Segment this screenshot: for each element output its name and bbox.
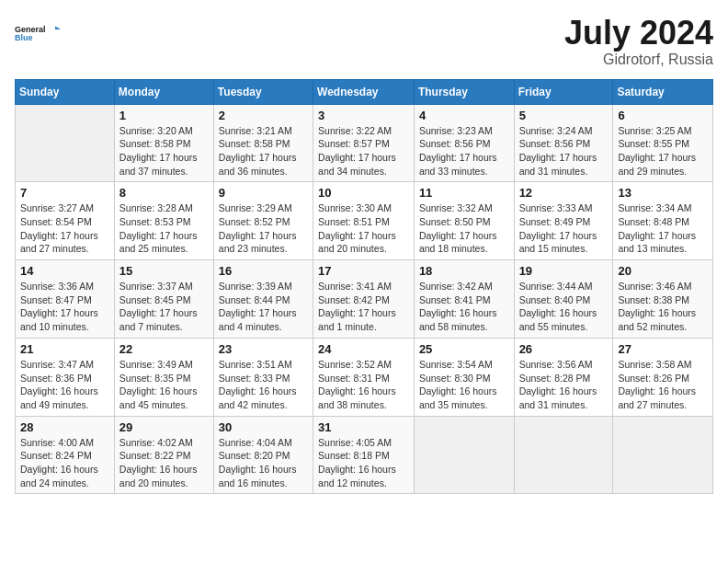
svg-text:Blue: Blue — [15, 33, 33, 42]
day-number: 10 — [318, 186, 409, 200]
calendar-cell: 14Sunrise: 3:36 AM Sunset: 8:47 PM Dayli… — [16, 260, 115, 339]
day-number: 7 — [20, 186, 109, 200]
day-info: Sunrise: 3:52 AM Sunset: 8:31 PM Dayligh… — [318, 358, 409, 412]
day-info: Sunrise: 4:00 AM Sunset: 8:24 PM Dayligh… — [20, 436, 109, 490]
day-number: 30 — [219, 420, 308, 434]
calendar-cell: 1Sunrise: 3:20 AM Sunset: 8:58 PM Daylig… — [114, 104, 213, 182]
calendar-cell — [16, 104, 115, 182]
day-info: Sunrise: 3:32 AM Sunset: 8:50 PM Dayligh… — [419, 201, 509, 256]
day-info: Sunrise: 4:05 AM Sunset: 8:18 PM Dayligh… — [318, 436, 409, 490]
calendar-cell: 31Sunrise: 4:05 AM Sunset: 8:18 PM Dayli… — [313, 416, 415, 494]
calendar-cell: 21Sunrise: 3:47 AM Sunset: 8:36 PM Dayli… — [16, 338, 115, 416]
day-number: 5 — [519, 109, 609, 122]
day-number: 8 — [119, 186, 209, 200]
day-info: Sunrise: 3:33 AM Sunset: 8:49 PM Dayligh… — [519, 201, 609, 256]
weekday-header-wednesday: Wednesday — [313, 79, 415, 104]
calendar-cell — [414, 416, 514, 494]
day-number: 9 — [219, 186, 308, 200]
calendar-cell: 11Sunrise: 3:32 AM Sunset: 8:50 PM Dayli… — [414, 182, 514, 260]
day-number: 14 — [20, 264, 109, 278]
calendar-cell: 18Sunrise: 3:42 AM Sunset: 8:41 PM Dayli… — [414, 260, 514, 339]
calendar-cell: 13Sunrise: 3:34 AM Sunset: 8:48 PM Dayli… — [613, 182, 713, 260]
calendar-cell: 2Sunrise: 3:21 AM Sunset: 8:58 PM Daylig… — [213, 104, 313, 182]
calendar-cell: 26Sunrise: 3:56 AM Sunset: 8:28 PM Dayli… — [514, 338, 613, 416]
calendar-cell: 23Sunrise: 3:51 AM Sunset: 8:33 PM Dayli… — [213, 338, 313, 416]
calendar-cell: 8Sunrise: 3:28 AM Sunset: 8:53 PM Daylig… — [114, 182, 213, 260]
day-info: Sunrise: 3:46 AM Sunset: 8:38 PM Dayligh… — [618, 280, 708, 334]
day-number: 13 — [618, 186, 708, 200]
day-info: Sunrise: 3:51 AM Sunset: 8:33 PM Dayligh… — [219, 358, 308, 412]
day-info: Sunrise: 3:54 AM Sunset: 8:30 PM Dayligh… — [419, 358, 509, 412]
calendar-table: SundayMondayTuesdayWednesdayThursdayFrid… — [15, 79, 713, 495]
weekday-header-monday: Monday — [114, 79, 213, 104]
calendar-cell — [613, 416, 713, 494]
day-info: Sunrise: 3:30 AM Sunset: 8:51 PM Dayligh… — [318, 201, 409, 256]
day-info: Sunrise: 3:27 AM Sunset: 8:54 PM Dayligh… — [20, 201, 109, 256]
day-info: Sunrise: 3:44 AM Sunset: 8:40 PM Dayligh… — [519, 280, 609, 334]
day-number: 2 — [219, 109, 308, 122]
page-header: General Blue July 2024 Gidrotorf, Russia — [15, 15, 713, 68]
day-number: 16 — [219, 264, 308, 278]
day-number: 31 — [318, 420, 409, 434]
day-info: Sunrise: 3:37 AM Sunset: 8:45 PM Dayligh… — [119, 280, 209, 334]
month-title: July 2024 — [564, 15, 713, 52]
day-info: Sunrise: 4:02 AM Sunset: 8:22 PM Dayligh… — [119, 436, 209, 490]
logo: General Blue — [15, 15, 61, 52]
calendar-cell: 20Sunrise: 3:46 AM Sunset: 8:38 PM Dayli… — [613, 260, 713, 339]
title-block: July 2024 Gidrotorf, Russia — [564, 15, 713, 68]
day-info: Sunrise: 3:34 AM Sunset: 8:48 PM Dayligh… — [618, 201, 708, 256]
calendar-cell: 12Sunrise: 3:33 AM Sunset: 8:49 PM Dayli… — [514, 182, 613, 260]
day-number: 25 — [419, 342, 509, 356]
day-info: Sunrise: 3:47 AM Sunset: 8:36 PM Dayligh… — [20, 358, 109, 412]
day-number: 27 — [618, 342, 708, 356]
calendar-cell: 19Sunrise: 3:44 AM Sunset: 8:40 PM Dayli… — [514, 260, 613, 339]
calendar-cell: 28Sunrise: 4:00 AM Sunset: 8:24 PM Dayli… — [16, 416, 115, 494]
day-info: Sunrise: 3:49 AM Sunset: 8:35 PM Dayligh… — [119, 358, 209, 412]
calendar-cell — [514, 416, 613, 494]
calendar-cell: 25Sunrise: 3:54 AM Sunset: 8:30 PM Dayli… — [414, 338, 514, 416]
svg-marker-1 — [55, 27, 61, 30]
day-info: Sunrise: 3:56 AM Sunset: 8:28 PM Dayligh… — [519, 358, 609, 412]
calendar-cell: 29Sunrise: 4:02 AM Sunset: 8:22 PM Dayli… — [114, 416, 213, 494]
day-info: Sunrise: 3:24 AM Sunset: 8:56 PM Dayligh… — [519, 124, 609, 178]
day-number: 21 — [20, 342, 109, 356]
day-number: 18 — [419, 264, 509, 278]
calendar-cell: 7Sunrise: 3:27 AM Sunset: 8:54 PM Daylig… — [16, 182, 115, 260]
day-number: 29 — [119, 420, 209, 434]
day-info: Sunrise: 3:21 AM Sunset: 8:58 PM Dayligh… — [219, 124, 308, 178]
day-info: Sunrise: 3:41 AM Sunset: 8:42 PM Dayligh… — [318, 280, 409, 334]
calendar-cell: 6Sunrise: 3:25 AM Sunset: 8:55 PM Daylig… — [613, 104, 713, 182]
calendar-cell: 9Sunrise: 3:29 AM Sunset: 8:52 PM Daylig… — [213, 182, 313, 260]
day-number: 26 — [519, 342, 609, 356]
svg-text:General: General — [15, 25, 46, 34]
calendar-cell: 27Sunrise: 3:58 AM Sunset: 8:26 PM Dayli… — [613, 338, 713, 416]
day-number: 11 — [419, 186, 509, 200]
day-number: 28 — [20, 420, 109, 434]
day-number: 19 — [519, 264, 609, 278]
calendar-cell: 5Sunrise: 3:24 AM Sunset: 8:56 PM Daylig… — [514, 104, 613, 182]
weekday-header-sunday: Sunday — [16, 79, 115, 104]
day-number: 6 — [618, 109, 708, 122]
day-number: 1 — [119, 109, 209, 122]
calendar-cell: 3Sunrise: 3:22 AM Sunset: 8:57 PM Daylig… — [313, 104, 415, 182]
logo-svg: General Blue — [15, 15, 61, 52]
day-info: Sunrise: 3:36 AM Sunset: 8:47 PM Dayligh… — [20, 280, 109, 334]
day-number: 23 — [219, 342, 308, 356]
location-title: Gidrotorf, Russia — [564, 52, 713, 68]
day-number: 20 — [618, 264, 708, 278]
day-info: Sunrise: 3:28 AM Sunset: 8:53 PM Dayligh… — [119, 201, 209, 256]
calendar-cell: 22Sunrise: 3:49 AM Sunset: 8:35 PM Dayli… — [114, 338, 213, 416]
calendar-cell: 17Sunrise: 3:41 AM Sunset: 8:42 PM Dayli… — [313, 260, 415, 339]
day-info: Sunrise: 3:23 AM Sunset: 8:56 PM Dayligh… — [419, 124, 509, 178]
day-number: 12 — [519, 186, 609, 200]
day-number: 17 — [318, 264, 409, 278]
day-info: Sunrise: 3:25 AM Sunset: 8:55 PM Dayligh… — [618, 124, 708, 178]
weekday-header-friday: Friday — [514, 79, 613, 104]
calendar-cell: 24Sunrise: 3:52 AM Sunset: 8:31 PM Dayli… — [313, 338, 415, 416]
day-number: 3 — [318, 109, 409, 122]
weekday-header-thursday: Thursday — [414, 79, 514, 104]
day-info: Sunrise: 3:42 AM Sunset: 8:41 PM Dayligh… — [419, 280, 509, 334]
day-info: Sunrise: 3:39 AM Sunset: 8:44 PM Dayligh… — [219, 280, 308, 334]
calendar-cell: 30Sunrise: 4:04 AM Sunset: 8:20 PM Dayli… — [213, 416, 313, 494]
day-number: 4 — [419, 109, 509, 122]
